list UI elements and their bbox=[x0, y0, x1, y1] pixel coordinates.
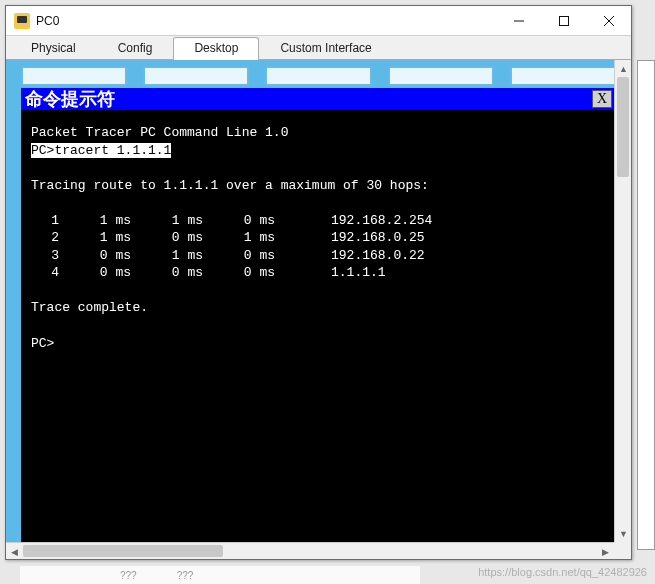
trace-complete: Trace complete. bbox=[31, 300, 148, 315]
scroll-right-button[interactable]: ▶ bbox=[597, 543, 614, 559]
close-button[interactable] bbox=[586, 6, 631, 35]
command-prompt-window: 命令提示符 X Packet Tracer PC Command Line 1.… bbox=[21, 88, 616, 549]
tab-custom-interface[interactable]: Custom Interface bbox=[259, 37, 392, 60]
hop-row: 11 ms1 ms0 ms192.168.2.254 bbox=[31, 213, 432, 228]
desktop-app-icon[interactable] bbox=[265, 66, 371, 86]
terminal-prompt: PC> bbox=[31, 336, 54, 351]
scrollbar-corner bbox=[614, 542, 631, 559]
vertical-scroll-thumb[interactable] bbox=[617, 77, 629, 177]
vertical-scrollbar[interactable]: ▲ ▼ bbox=[614, 60, 631, 542]
tab-config[interactable]: Config bbox=[97, 37, 174, 60]
tab-physical[interactable]: Physical bbox=[10, 37, 97, 60]
horizontal-scrollbar[interactable]: ◀ ▶ bbox=[6, 542, 614, 559]
tabbar: Physical Config Desktop Custom Interface bbox=[6, 36, 631, 60]
scroll-up-button[interactable]: ▲ bbox=[615, 60, 631, 77]
hop-row: 21 ms0 ms1 ms192.168.0.25 bbox=[31, 230, 425, 245]
titlebar: PC0 bbox=[6, 6, 631, 36]
terminal-title: 命令提示符 bbox=[25, 87, 592, 111]
hop-row: 30 ms1 ms0 ms192.168.0.22 bbox=[31, 248, 425, 263]
tracing-line: Tracing route to 1.1.1.1 over a maximum … bbox=[31, 178, 429, 193]
terminal-prompt-highlight: PC>tracert 1.1.1.1 bbox=[31, 143, 171, 158]
pc0-window: PC0 Physical Config Desktop Custom Inter… bbox=[5, 5, 632, 560]
app-icon bbox=[14, 13, 30, 29]
tab-desktop[interactable]: Desktop bbox=[173, 37, 259, 60]
desktop-app-icon[interactable] bbox=[388, 66, 494, 86]
svg-rect-1 bbox=[559, 16, 568, 25]
maximize-button[interactable] bbox=[541, 6, 586, 35]
bottom-strip: ?????? bbox=[20, 566, 420, 584]
horizontal-scroll-thumb[interactable] bbox=[23, 545, 223, 557]
background-window bbox=[637, 60, 655, 550]
desktop-app-icon[interactable] bbox=[143, 66, 249, 86]
scroll-down-button[interactable]: ▼ bbox=[615, 525, 631, 542]
vertical-scroll-track[interactable] bbox=[615, 77, 631, 525]
terminal-close-button[interactable]: X bbox=[592, 90, 612, 108]
hop-row: 40 ms0 ms0 ms1.1.1.1 bbox=[31, 265, 386, 280]
terminal-header-line: Packet Tracer PC Command Line 1.0 bbox=[31, 125, 288, 140]
scroll-left-button[interactable]: ◀ bbox=[6, 543, 23, 559]
desktop-background: 命令提示符 X Packet Tracer PC Command Line 1.… bbox=[6, 60, 631, 559]
terminal-output[interactable]: Packet Tracer PC Command Line 1.0 PC>tra… bbox=[21, 110, 616, 549]
horizontal-scroll-track[interactable] bbox=[23, 543, 597, 559]
window-title: PC0 bbox=[36, 14, 496, 28]
watermark: https://blog.csdn.net/qq_42482926 bbox=[478, 566, 647, 578]
minimize-button[interactable] bbox=[496, 6, 541, 35]
desktop-app-icon[interactable] bbox=[21, 66, 127, 86]
terminal-titlebar: 命令提示符 X bbox=[21, 88, 616, 110]
desktop-app-icon[interactable] bbox=[510, 66, 616, 86]
content-area: 命令提示符 X Packet Tracer PC Command Line 1.… bbox=[6, 60, 631, 559]
